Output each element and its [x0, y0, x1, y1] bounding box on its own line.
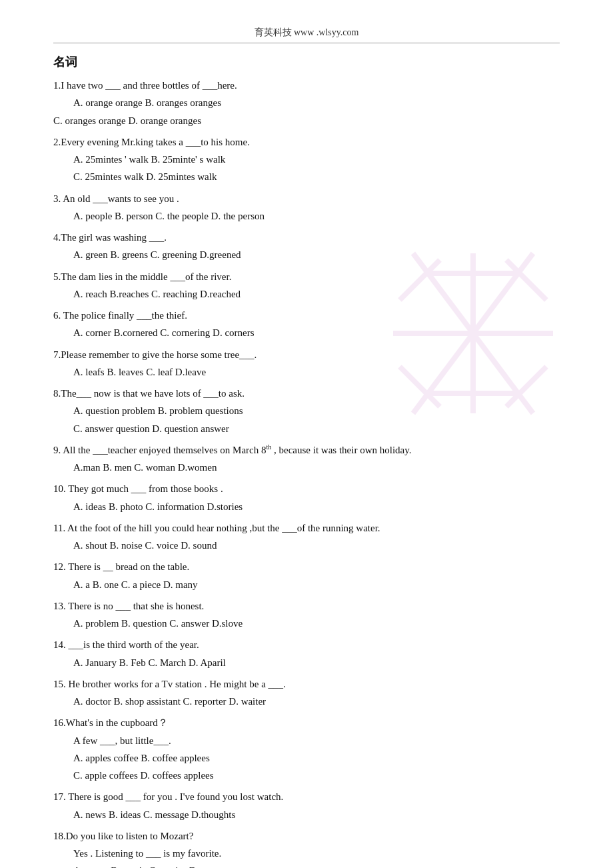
q3-options: A. people B. person C. the people D. the…	[53, 207, 560, 225]
q12-options: A. a B. one C. a piece D. many	[53, 576, 560, 593]
q11-text: 11. At the foot of the hill you could he…	[53, 519, 560, 537]
q6-options: A. corner B.cornered C. cornering D. cor…	[53, 324, 560, 341]
q4-options: A. green B. greens C. greening D.greened	[53, 246, 560, 263]
q15-options: A. doctor B. shop assistant C. reporter …	[53, 693, 560, 710]
q16-text: 16.What's in the cupboard？	[53, 714, 560, 731]
question-10: 10. They got much ___ from those books .…	[53, 480, 560, 515]
q15-text: 15. He brother works for a Tv station . …	[53, 675, 560, 693]
q6-text: 6. The police finally ___the thief.	[53, 307, 560, 324]
question-12: 12. There is __ bread on the table. A. a…	[53, 558, 560, 593]
question-9: 9. All the ___teacher enjoyed themselves…	[53, 441, 560, 477]
q5-text: 5.The dam lies in the middle ___of the r…	[53, 268, 560, 285]
q14-text: 14. ___is the third worth of the year.	[53, 636, 560, 653]
question-1: 1.I have two ___ and three bottles of __…	[53, 77, 560, 129]
question-6: 6. The police finally ___the thief. A. c…	[53, 307, 560, 342]
question-17: 17. There is good ___ for you . I've fou…	[53, 788, 560, 823]
question-4: 4.The girl was washing ___. A. green B. …	[53, 229, 560, 264]
question-11: 11. At the foot of the hill you could he…	[53, 519, 560, 555]
question-13: 13. There is no ___ that she is honest. …	[53, 597, 560, 633]
question-18: 18.Do you like to listen to Mozart? Yes …	[53, 827, 560, 868]
q2-option-a: A. 25mintes ' walk B. 25minte' s walk	[53, 151, 560, 168]
q16-subtext: A few ___, but little___.	[53, 732, 560, 749]
q3-text: 3. An old ___wants to see you .	[53, 190, 560, 207]
question-16: 16.What's in the cupboard？ A few ___, bu…	[53, 714, 560, 784]
q13-text: 13. There is no ___ that she is honest.	[53, 597, 560, 615]
q18-subtext: Yes . Listening to ___ is my favorite.	[53, 845, 560, 862]
question-14: 14. ___is the third worth of the year. A…	[53, 636, 560, 671]
page-header: 育英科技 www .wlsyy.com	[53, 27, 560, 43]
q12-text: 12. There is __ bread on the table.	[53, 558, 560, 575]
q8-option-a: A. question problem B. problem questions	[53, 402, 560, 419]
q1-option-a: A. orange orange B. oranges oranges	[53, 94, 560, 111]
question-3: 3. An old ___wants to see you . A. peopl…	[53, 190, 560, 225]
q8-text: 8.The___ now is that we have lots of ___…	[53, 385, 560, 402]
question-15: 15. He brother works for a Tv station . …	[53, 675, 560, 711]
question-8: 8.The___ now is that we have lots of ___…	[53, 385, 560, 437]
q8-option-c: C. answer question D. question answer	[53, 420, 560, 437]
q16-option-a: A. apples coffee B. coffee applees	[53, 749, 560, 767]
q9-options: A.man B. men C. woman D.women	[53, 459, 560, 476]
q2-text: 2.Every evening Mr.king takes a ___to hi…	[53, 133, 560, 151]
question-5: 5.The dam lies in the middle ___of the r…	[53, 268, 560, 303]
q18-text: 18.Do you like to listen to Mozart?	[53, 827, 560, 845]
question-7: 7.Please remember to give the horse some…	[53, 346, 560, 381]
q18-options: A. songs B. music C. stories D. news	[53, 862, 560, 868]
q10-options: A. ideas B. photo C. information D.stori…	[53, 498, 560, 515]
q9-text: 9. All the ___teacher enjoyed themselves…	[53, 441, 560, 459]
q11-options: A. shout B. noise C. voice D. sound	[53, 537, 560, 554]
q7-text: 7.Please remember to give the horse some…	[53, 346, 560, 363]
q1-option-c: C. oranges orange D. orange oranges	[53, 112, 560, 129]
q2-option-c: C. 25mintes walk D. 25mintes walk	[53, 168, 560, 185]
q7-options: A. leafs B. leaves C. leaf D.leave	[53, 363, 560, 381]
q13-options: A. problem B. question C. answer D.slove	[53, 615, 560, 632]
questions-container: 1.I have two ___ and three bottles of __…	[53, 77, 560, 868]
q4-text: 4.The girl was washing ___.	[53, 229, 560, 246]
q17-text: 17. There is good ___ for you . I've fou…	[53, 788, 560, 805]
q5-options: A. reach B.reaches C. reaching D.reached	[53, 285, 560, 303]
header-text: 育英科技 www .wlsyy.com	[255, 27, 359, 37]
q17-options: A. news B. ideas C. message D.thoughts	[53, 806, 560, 823]
q1-text: 1.I have two ___ and three bottles of __…	[53, 77, 560, 94]
q10-text: 10. They got much ___ from those books .	[53, 480, 560, 497]
q14-options: A. January B. Feb C. March D. Aparil	[53, 654, 560, 671]
q16-option-c: C. apple coffees D. coffees applees	[53, 767, 560, 784]
question-2: 2.Every evening Mr.king takes a ___to hi…	[53, 133, 560, 186]
page-title: 名词	[53, 54, 560, 70]
